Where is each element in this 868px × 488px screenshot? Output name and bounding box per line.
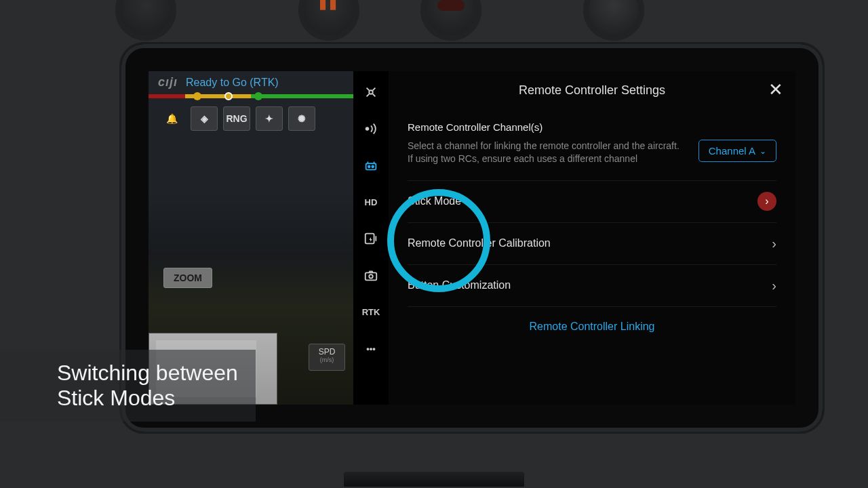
bell-icon[interactable]: 🔔 — [158, 106, 185, 131]
chevron-right-icon: › — [772, 236, 776, 251]
hd-label[interactable]: HD — [353, 193, 389, 211]
settings-sidebar: HD RTK ••• — [353, 71, 389, 405]
beacon-icon[interactable]: ✺ — [288, 106, 315, 131]
rng-button[interactable]: RNG — [223, 106, 250, 131]
svg-rect-5 — [366, 234, 374, 244]
flight-status: Ready to Go (RTK) — [186, 77, 279, 89]
tutorial-caption: Switching between Stick Modes — [0, 350, 256, 422]
battery-icon[interactable] — [353, 230, 389, 247]
svg-point-3 — [368, 165, 370, 167]
close-icon[interactable]: ✕ — [768, 81, 783, 98]
settings-panel: Remote Controller Settings ✕ Remote Cont… — [389, 71, 795, 405]
svg-rect-2 — [366, 163, 376, 169]
svg-point-7 — [369, 274, 373, 279]
camera-icon[interactable] — [353, 266, 389, 284]
more-icon[interactable]: ••• — [353, 340, 389, 357]
channel-description: Select a channel for linking the remote … — [408, 140, 686, 165]
stick-mode-row[interactable]: Stick Mode › — [408, 181, 776, 223]
panel-title: Remote Controller Settings — [519, 83, 665, 98]
flight-progress-bar — [149, 94, 353, 98]
physical-dial-right — [583, 0, 644, 41]
rc-linking-link[interactable]: Remote Controller Linking — [408, 307, 776, 346]
chevron-right-icon: › — [757, 192, 776, 211]
svg-rect-6 — [366, 272, 377, 280]
spd-unit: (m/s) — [309, 357, 344, 363]
gimbal-icon[interactable]: ✦ — [256, 106, 283, 131]
svg-point-1 — [366, 127, 370, 131]
spd-label: SPD — [319, 347, 336, 357]
speed-indicator: SPD (m/s) — [309, 344, 345, 371]
dji-logo: cıjı — [158, 75, 178, 89]
stick-mode-label: Stick Mode — [408, 195, 461, 207]
caption-line1: Switching between — [57, 361, 238, 386]
signal-icon[interactable] — [353, 120, 389, 138]
waypoint-icon[interactable]: ◈ — [191, 106, 218, 131]
device-handle — [342, 470, 526, 487]
physical-pause-button: ▮▮ — [298, 0, 359, 41]
drone-icon[interactable] — [353, 83, 389, 101]
rtk-label[interactable]: RTK — [353, 303, 389, 321]
channel-dropdown[interactable]: Channel A ⌄ — [698, 140, 776, 162]
calibration-label: Remote Controller Calibration — [408, 237, 551, 249]
rc-icon[interactable] — [353, 157, 389, 174]
svg-point-0 — [369, 90, 373, 94]
physical-power-button — [420, 0, 481, 41]
button-customization-label: Button Customization — [408, 279, 511, 291]
chevron-down-icon: ⌄ — [760, 146, 766, 156]
calibration-row[interactable]: Remote Controller Calibration › — [408, 223, 776, 265]
chevron-right-icon: › — [772, 278, 776, 293]
button-customization-row[interactable]: Button Customization › — [408, 265, 776, 307]
caption-line2: Stick Modes — [57, 386, 238, 411]
physical-dial-left — [115, 0, 176, 41]
channel-selected: Channel A — [709, 145, 755, 157]
channel-heading: Remote Controller Channel(s) — [408, 121, 776, 133]
svg-point-4 — [372, 165, 374, 167]
zoom-button[interactable]: ZOOM — [163, 268, 212, 288]
